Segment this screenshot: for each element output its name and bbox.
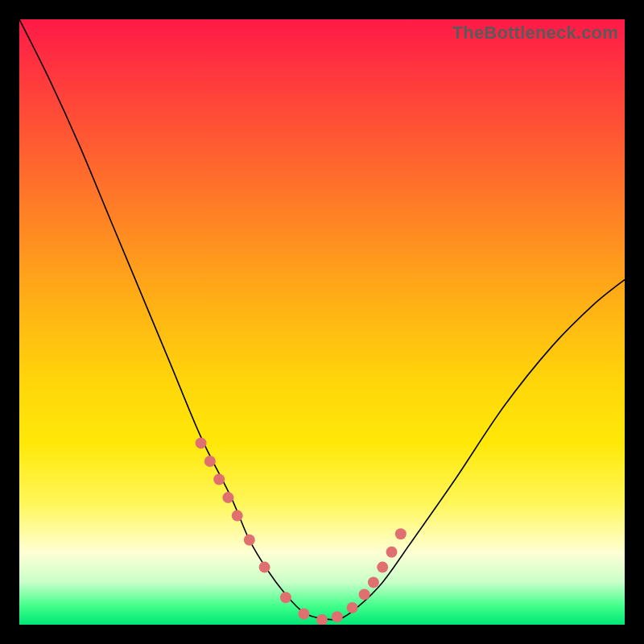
- curve-marker: [386, 547, 398, 558]
- curve-marker: [196, 437, 207, 448]
- curve-marker: [259, 562, 270, 573]
- curve-marker: [213, 474, 225, 485]
- curve-marker: [316, 614, 328, 625]
- curve-marker: [244, 535, 255, 546]
- curve-marker: [298, 609, 309, 620]
- marker-group: [196, 437, 407, 625]
- watermark-text: TheBottleneck.com: [452, 23, 618, 43]
- curve-marker: [377, 562, 388, 573]
- curve-marker: [332, 611, 343, 622]
- bottleneck-chart: [19, 19, 625, 625]
- curve-marker: [395, 528, 407, 539]
- curve-marker: [232, 510, 243, 522]
- curve-marker: [359, 588, 370, 600]
- curve-marker: [280, 592, 291, 603]
- plot-area: TheBottleneck.com: [19, 19, 625, 625]
- curve-marker: [204, 456, 216, 467]
- curve-marker: [368, 576, 379, 588]
- bottleneck-curve-path: [19, 19, 625, 620]
- curve-marker: [222, 492, 233, 503]
- curve-marker: [347, 602, 358, 613]
